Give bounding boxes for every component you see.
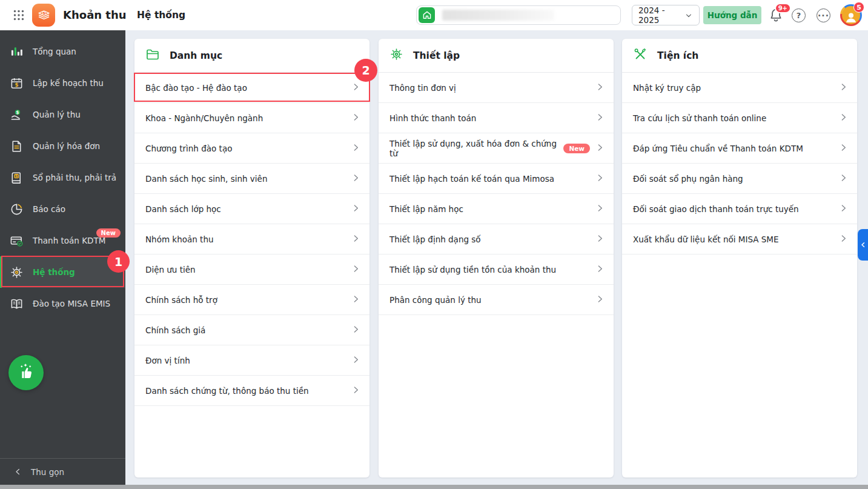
chevron-right-icon: [351, 142, 361, 155]
sidebar-item-label: Quản lý hóa đơn: [33, 141, 100, 151]
sidebar-item-label: Báo cáo: [33, 204, 65, 214]
gear-outline-icon: [389, 47, 403, 64]
list-item-tra-cuu-lich-su-thanh-toan-online[interactable]: Tra cứu lịch sử thanh toán online: [622, 103, 857, 133]
calendar-money-icon: $: [9, 76, 24, 90]
list-item-label: Thiết lập năm học: [389, 204, 463, 214]
sidebar-nav: Tổng quan$Lập kế hoạch thu$Quản lý thuQu…: [0, 30, 125, 319]
sidebar-item-lap-ke-hoach-thu[interactable]: $Lập kế hoạch thu: [0, 67, 125, 99]
sidebar-item-thanh-toan-kdtm[interactable]: Thanh toán KDTMNew: [0, 225, 125, 256]
card-header: Danh mục: [134, 39, 369, 73]
list-item-thiet-lap-nam-hoc[interactable]: Thiết lập năm học: [379, 194, 614, 224]
avatar-badge: 5: [853, 2, 864, 13]
top-bar: $ Khoản thu Hệ thống 2024 - 2025 Hướng d…: [0, 0, 868, 30]
sidebar-item-so-phai-thu-phai-tra[interactable]: $Sổ phải thu, phải trả: [0, 162, 125, 193]
list-item-label: Chương trình đào tạo: [145, 144, 232, 153]
search-input[interactable]: [416, 5, 621, 25]
list-item-label: Tra cứu lịch sử thanh toán online: [633, 113, 766, 123]
collapse-label: Thu gọn: [31, 467, 64, 477]
new-badge: New: [96, 228, 121, 238]
list-item-danh-sach-chung-tu-thong-bao-thu-tien[interactable]: Danh sách chứng từ, thông báo thu tiền: [134, 376, 369, 406]
sidebar: Tổng quan$Lập kế hoạch thu$Quản lý thuQu…: [0, 30, 125, 485]
help-button[interactable]: ?: [792, 8, 806, 22]
guide-button[interactable]: Hướng dẫn: [703, 6, 761, 24]
list-item-danh-sach-lop-hoc[interactable]: Danh sách lớp học: [134, 194, 369, 224]
chevron-right-icon: [595, 82, 605, 94]
sidebar-item-quan-ly-thu[interactable]: $Quản lý thu: [0, 99, 125, 130]
list-item-label: Đối soát giao dịch thanh toán trực tuyến: [633, 204, 799, 214]
list-item-label: Danh sách lớp học: [145, 204, 221, 214]
sidebar-item-tong-quan[interactable]: Tổng quan: [0, 36, 125, 67]
redacted-unit-name: [442, 10, 554, 21]
school-year-select[interactable]: 2024 - 2025: [632, 5, 700, 25]
chevron-right-icon: [838, 233, 849, 245]
list-item-label: Nhóm khoản thu: [145, 235, 214, 244]
chevron-right-icon: [595, 173, 605, 185]
list-item-phan-cong-quan-ly-thu[interactable]: Phân công quản lý thu: [379, 285, 614, 315]
list-item-danh-sach-hoc-sinh-sinh-vien[interactable]: Danh sách học sinh, sinh viên: [134, 164, 369, 194]
sidebar-item-label: Đào tạo MISA EMIS: [33, 299, 110, 308]
list-item-label: Danh sách học sinh, sinh viên: [145, 174, 267, 184]
chevron-right-icon: [351, 173, 361, 185]
chevron-right-icon: [595, 264, 605, 276]
more-button[interactable]: ···: [817, 8, 830, 22]
app-logo-money-icon[interactable]: $: [32, 4, 55, 27]
list-item-label: Đáp ứng Tiêu chuẩn về Thanh toán KDTM: [633, 144, 803, 153]
new-badge: New: [563, 144, 590, 153]
sidebar-item-quan-ly-hoa-don[interactable]: Quản lý hóa đơn: [0, 130, 125, 162]
card-thiet-lap: Thiết lậpThông tin đơn vịHình thức thanh…: [379, 39, 614, 477]
list-item-label: Nhật ký truy cập: [633, 83, 701, 93]
chevron-right-icon: [351, 203, 361, 215]
list-item-dap-ung-tieu-chuan-ve-thanh-toan-kdtm[interactable]: Đáp ứng Tiêu chuẩn về Thanh toán KDTM: [622, 133, 857, 164]
horizontal-scrollbar[interactable]: [0, 485, 868, 489]
notifications-button[interactable]: 9+: [768, 7, 784, 23]
list-item-chinh-sach-ho-tro[interactable]: Chính sách hỗ trợ: [134, 285, 369, 315]
list-item-label: Thiết lập sử dụng tiền tồn của khoản thu: [389, 265, 556, 274]
annotation-step-2: 2: [354, 59, 377, 82]
tools-icon: [633, 47, 648, 64]
collapse-sidebar-button[interactable]: Thu gọn: [0, 458, 125, 485]
user-avatar[interactable]: 5: [840, 4, 862, 26]
list-item-doi-soat-giao-dich-thanh-toan-truc-tuyen[interactable]: Đối soát giao dịch thanh toán trực tuyến: [622, 194, 857, 224]
app-title: Khoản thu: [63, 0, 127, 30]
sidebar-item-he-thong[interactable]: Hệ thống: [0, 256, 125, 288]
list-item-thiet-lap-dinh-dang-so[interactable]: Thiết lập định dạng số: [379, 224, 614, 254]
sidebar-item-label: Thanh toán KDTM: [33, 236, 105, 245]
list-item-label: Diện ưu tiên: [145, 265, 196, 274]
list-item-nhat-ky-truy-cap[interactable]: Nhật ký truy cập: [622, 73, 857, 103]
list-item-don-vi-tinh[interactable]: Đơn vị tính: [134, 345, 369, 376]
ledger-book-icon: $: [9, 170, 24, 185]
chevron-right-icon: [838, 142, 849, 155]
list-item-chuong-trinh-dao-tao[interactable]: Chương trình đào tạo: [134, 133, 369, 164]
list-item-xuat-khau-du-lieu-ket-noi-misa-sme[interactable]: Xuất khẩu dữ liệu kết nối MISA SME: [622, 224, 857, 254]
sidebar-item-bao-cao[interactable]: Báo cáo: [0, 193, 125, 225]
apps-grid-icon[interactable]: [13, 10, 24, 21]
list-item-label: Chính sách hỗ trợ: [145, 295, 217, 305]
list-item-chinh-sach-gia[interactable]: Chính sách giá: [134, 315, 369, 345]
svg-text:$: $: [15, 173, 18, 178]
list-item-thong-tin-don-vi[interactable]: Thông tin đơn vị: [379, 73, 614, 103]
list-item-thiet-lap-su-dung-tien-ton-cua-khoan-thu[interactable]: Thiết lập sử dụng tiền tồn của khoản thu: [379, 254, 614, 285]
chevron-right-icon: [351, 112, 361, 124]
list-item-bac-dao-tao-he-dao-tao[interactable]: Bậc đào tạo - Hệ đào tạo: [134, 73, 369, 103]
reward-button[interactable]: [8, 355, 44, 390]
chevron-right-icon: [838, 173, 849, 185]
list-item-thiet-lap-su-dung-xuat-hoa-don-chung-tu[interactable]: Thiết lập sử dụng, xuất hóa đơn & chứng …: [379, 133, 614, 164]
list-item-label: Thiết lập định dạng số: [389, 235, 481, 244]
sidebar-item-label: Hệ thống: [33, 267, 75, 277]
list-item-nhom-khoan-thu[interactable]: Nhóm khoản thu: [134, 224, 369, 254]
list-item-doi-soat-so-phu-ngan-hang[interactable]: Đối soát sổ phụ ngân hàng: [622, 164, 857, 194]
list-item-khoa-nganh-chuyen-nganh[interactable]: Khoa - Ngành/Chuyên ngành: [134, 103, 369, 133]
chevron-right-icon: [595, 112, 605, 124]
chevron-right-icon: [351, 354, 361, 367]
list-item-dien-uu-tien[interactable]: Diện ưu tiên: [134, 254, 369, 285]
chevron-right-icon: [595, 142, 605, 155]
list-item-thiet-lap-hach-toan-ke-toan-qua-mimosa[interactable]: Thiết lập hạch toán kế toán qua Mimosa: [379, 164, 614, 194]
sidebar-item-dao-tao-misa-emis[interactable]: Đào tạo MISA EMIS: [0, 288, 125, 319]
chevron-right-icon: [351, 294, 361, 306]
side-panel-toggle[interactable]: [858, 229, 868, 261]
chevron-right-icon: [838, 203, 849, 215]
home-icon[interactable]: [419, 7, 435, 23]
list-item-hinh-thuc-thanh-toan[interactable]: Hình thức thanh toán: [379, 103, 614, 133]
sidebar-item-label: Sổ phải thu, phải trả: [33, 173, 116, 182]
chevron-down-icon: [684, 11, 693, 20]
